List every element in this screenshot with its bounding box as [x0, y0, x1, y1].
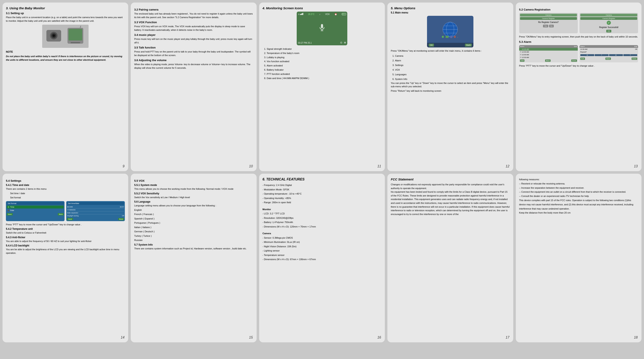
done-btn[interactable]: Done	[571, 60, 577, 62]
card15-s3-h: 5.6 Language	[134, 200, 253, 203]
svg-rect-8	[321, 24, 323, 28]
edit-mode-label: Edit	[634, 46, 637, 48]
card15-s3-b: Language setting menu allows you to choo…	[134, 204, 253, 208]
alarm-item-3: 12:00 AM	[519, 53, 578, 56]
card9-number: 9	[122, 164, 124, 168]
edit-btn[interactable]: Edit	[520, 60, 525, 62]
alarm-dot-2	[520, 51, 521, 52]
menu-item-2: Alarm	[395, 58, 510, 63]
save-btn2[interactable]: Save	[67, 218, 73, 220]
format-buttons-row: Save Back	[7, 213, 64, 216]
settings-screen-time: Set time/date BH:MM 00:57 YY/MM/DD Date …	[66, 201, 125, 221]
alarm-screen-list-header: Alarm Edit	[519, 45, 578, 48]
card17-body: Changes or modifications not expressly a…	[391, 183, 510, 216]
alarm-repeat-item: Repeat?	[580, 50, 638, 53]
format-date-label: Date	[10, 209, 14, 212]
card10-s4-b: When the video is playing mode, press Vo…	[134, 62, 253, 70]
card9-title: 3. Using the Baby Monitor	[6, 6, 125, 10]
card16-humid: - Operating Humidity: <85%	[262, 196, 382, 200]
svg-point-16	[442, 36, 444, 38]
card16-camdim: - Dimensions (W x H x D): 67mm × 106mm ×…	[262, 258, 382, 261]
card14-number: 14	[121, 336, 124, 340]
back-btn[interactable]: Back	[545, 60, 550, 62]
signal-indicator: ①	[298, 13, 303, 16]
card14-s543-h: 5.4.3 Anti-flicker	[6, 236, 125, 239]
yes-button[interactable]: Yes	[543, 25, 548, 28]
card14-s1-b: There are contains 2 items in this menu	[6, 187, 125, 191]
card12-number: 12	[506, 164, 510, 168]
reg-screen-2: Camera Camera Register ✓ Register Succes…	[580, 13, 638, 33]
card16-monitor-heading: Monitor	[262, 208, 271, 210]
svg-point-19	[454, 36, 456, 38]
day-1: M	[580, 54, 594, 56]
back-btn[interactable]: Back	[58, 213, 64, 216]
menu-item-3: Settings	[395, 63, 510, 68]
edit-label: Edit	[574, 46, 577, 48]
card9-section1-body: Place the baby unit in a convenient loca…	[6, 16, 125, 22]
baby-monitor-image	[42, 25, 88, 48]
ok-button: OK	[429, 44, 434, 46]
card15-number: 15	[249, 336, 253, 340]
card16-sensor: - Sensor: 0.3Mega pix CMOS	[262, 236, 382, 240]
day-3: W	[609, 54, 623, 56]
list-item-4: Vox function activated	[267, 60, 382, 64]
card10-s1-b: Press VOX key will turn on VOX mode, The…	[134, 25, 253, 32]
card-14: 5.4 Settings 5.4.1 Time and date There a…	[2, 174, 128, 342]
camera-menu-screen: ♪ OK Back	[427, 16, 474, 48]
edit-save-btn[interactable]: Edit	[580, 58, 585, 60]
menu-nav-bar: OK Back	[427, 43, 474, 48]
card13-alarm-title: 5.3 Alarm	[519, 40, 638, 44]
svg-point-3	[52, 34, 55, 37]
globe-graphic: ♪	[440, 20, 461, 40]
ok-button[interactable]: OK	[606, 30, 611, 32]
menu-item-4: VOX	[395, 68, 510, 72]
time-buttons-row: Save Back	[67, 218, 124, 220]
menu-items-list: Camera Alarm Settings VOX Languages Syst…	[391, 54, 510, 81]
list-item-5: Alarm activated	[267, 64, 382, 68]
monitor-screen: ① 26.5°C ♪ VOX ⏰	[297, 12, 347, 45]
card10-s2-h: 3.4 music player	[134, 33, 253, 36]
alarm-screen-edit: Alarm Edit 12:00 AM Off Repeat? M T W T	[580, 45, 638, 62]
card14-s544-b: You are be able to adjust the brightness…	[6, 248, 125, 255]
svg-rect-6	[71, 42, 80, 43]
card16-number: 16	[377, 336, 381, 340]
card16-dim: - Dimensions (W x H x D): 120mm × 70mm ×…	[262, 225, 382, 228]
alarm-time-3: 12:00 AM	[522, 54, 529, 56]
card16-title: 6. TECHNICAL FEATURES	[262, 178, 382, 181]
card16-camera-heading: Camera	[262, 232, 271, 235]
card14-s543-b: You are able to adjust the frequency of …	[6, 240, 125, 243]
card-18: following measures: -- Reorient or reloc…	[516, 174, 642, 342]
format-time-dot	[8, 206, 9, 208]
edit-back-btn[interactable]: Back	[606, 58, 611, 60]
save-btn[interactable]: Save	[7, 213, 13, 216]
reg-screen2-buttons: OK	[580, 30, 637, 32]
format-date-row: Date	[7, 209, 64, 212]
alarm-edit-time-val: 12:00 AM	[580, 48, 588, 50]
card14-s544-h: 5.4.4 LCD backlight	[6, 244, 125, 247]
reg-screen1-buttons: Yes No	[520, 25, 577, 28]
edit-done-btn[interactable]: Done	[632, 58, 637, 60]
note-icon: ♪	[319, 13, 320, 16]
daylight-label: Daylight saving	[67, 215, 78, 217]
card16-illum: - Minimum Illumination: 0Lux (IR on)	[262, 240, 382, 244]
no-button[interactable]: No	[549, 25, 554, 28]
card12-body3: Press "Return" key will back to monitori…	[391, 89, 510, 93]
alarm-edit-time: 12:00 AM Off	[580, 48, 638, 50]
card14-subitem2: Set format	[6, 196, 125, 200]
card9-section1-heading: 3.1 Setting up	[6, 12, 125, 15]
back-btn2[interactable]: Back	[118, 218, 124, 220]
card14-s542-b: Switch the unit to Celsius or Fahrenheit	[6, 231, 125, 235]
card13-alarm-body: Press "PTT" key to move the cursor and "…	[519, 64, 638, 68]
bh-label: BH:MM	[67, 206, 73, 208]
card16-mod: - Modulation Mode: GFSK	[262, 188, 382, 192]
card14-s542-h: 5.4.2 Temperature unit	[6, 228, 125, 230]
alarm-edit-label: Alarm	[580, 46, 585, 48]
alarm-item-1: 12:00 AM	[519, 48, 578, 50]
icon-list: Signal strength Indicator Temperature of…	[262, 47, 382, 80]
card16-res: - Resolution: 320X240@20fps	[262, 216, 382, 220]
card10-s4-h: 3.6 Adjusting the volume	[134, 58, 253, 62]
card-9: 3. Using the Baby Monitor 3.1 Setting up…	[2, 2, 128, 171]
lang-turkey: Turkey ( Turkce )	[134, 234, 253, 238]
card10-number: 10	[249, 164, 253, 168]
bh-value: 00:57	[120, 206, 124, 208]
